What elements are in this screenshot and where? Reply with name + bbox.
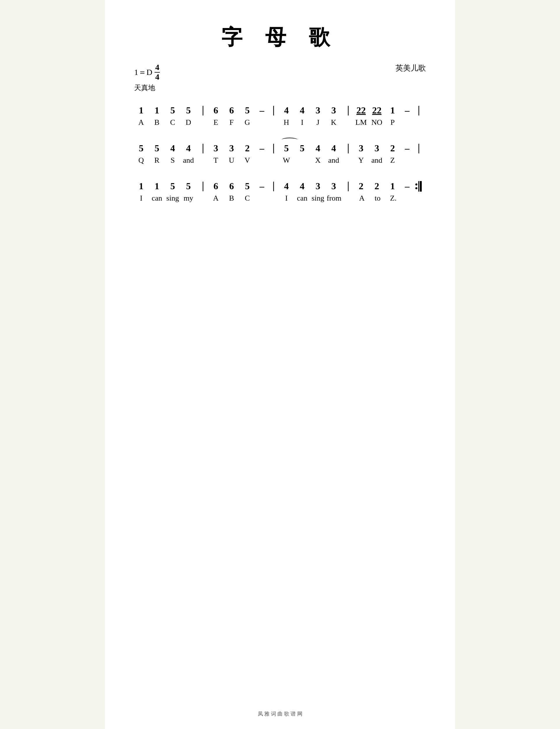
note: 5 <box>240 105 254 116</box>
lyric: sing <box>311 194 325 203</box>
lyric: and <box>181 156 195 165</box>
lyric: K <box>327 118 341 127</box>
lyric: B <box>150 118 164 127</box>
lyric: X <box>311 156 325 165</box>
music-row-1: 1 1 5 5 | 6 6 5 – | 4 4 3 3 | 22 22 1 – … <box>134 101 426 116</box>
note: 5 <box>166 181 180 192</box>
note: 4 <box>295 105 309 116</box>
note: 3 <box>209 143 223 154</box>
note: 2 <box>370 181 384 192</box>
row-2-lyrics: Q R S and T U V W X and Y and Z <box>134 156 426 168</box>
note: 5 <box>134 143 148 154</box>
lyric: G <box>240 118 254 127</box>
page: 字 母 歌 1＝D 4 4 英美儿歌 天真地 1 1 5 5 | 6 6 5 <box>105 0 455 729</box>
thick-bar <box>420 181 422 192</box>
lyric: Z <box>386 156 400 165</box>
bar-line: | <box>345 141 352 154</box>
lyric: R <box>150 156 164 165</box>
repeat-dots <box>415 184 417 189</box>
note: 1 <box>134 105 148 116</box>
music-block: 1 1 5 5 | 6 6 5 – | 4 4 3 3 | 22 22 1 – … <box>134 101 426 206</box>
note: 3 <box>311 105 325 116</box>
lyric-spacer <box>199 118 207 130</box>
footer: 凤 雅 词 曲 歌 谱 网 <box>105 710 455 717</box>
lyric-spacer <box>199 156 207 168</box>
lyric: NO <box>370 118 384 127</box>
lyric-spacer <box>415 156 422 168</box>
bar-line: | <box>345 104 352 116</box>
note: 3 <box>225 143 239 154</box>
note: 5 <box>181 105 195 116</box>
music-row-2: 5 5 4 4 | 3 3 2 – | 5 5 4 4 | 3 <box>134 139 426 154</box>
lyric: B <box>225 194 239 203</box>
note: 4 <box>295 181 309 192</box>
lyric <box>295 156 309 165</box>
note: 4 <box>181 143 195 154</box>
note: 5 <box>166 105 180 116</box>
lyric-spacer <box>270 156 277 168</box>
bar-line: | <box>270 104 277 116</box>
lyric: can <box>295 194 309 203</box>
row-1-lyrics: A B C D E F G H I J K LM NO P <box>134 118 426 130</box>
note: 2 <box>240 143 254 154</box>
note: 3 <box>370 143 384 154</box>
note: 5 <box>279 143 293 154</box>
bar-line: | <box>270 179 277 192</box>
time-denominator: 4 <box>155 73 159 82</box>
lyric: and <box>327 156 341 165</box>
note: 1 <box>386 105 400 116</box>
lyric: A <box>209 194 223 203</box>
header-row: 1＝D 4 4 英美儿歌 <box>134 63 426 82</box>
rest: – <box>256 105 268 116</box>
note: 5 <box>150 143 164 154</box>
lyric: sing <box>166 194 180 203</box>
thin-bar <box>418 181 419 192</box>
rest: – <box>401 105 413 116</box>
dot-lower <box>415 187 417 189</box>
lyric-spacer <box>401 156 413 167</box>
lyric: C <box>166 118 180 127</box>
key-time: 1＝D 4 4 <box>134 63 160 82</box>
rest: – <box>401 181 413 192</box>
key-label: 1＝D <box>134 67 152 78</box>
note: 3 <box>354 143 368 154</box>
bar-line: | <box>270 141 277 154</box>
note: 3 <box>327 105 341 116</box>
lyric-row-3: I can sing my A B C I can sing from A to… <box>134 194 426 206</box>
note: 6 <box>209 181 223 192</box>
lyric-spacer <box>199 194 207 206</box>
page-title: 字 母 歌 <box>134 23 426 51</box>
lyric: to <box>371 194 385 203</box>
lyric: T <box>209 156 223 165</box>
lyric-row-1: A B C D E F G H I J K LM NO P <box>134 118 426 130</box>
lyric-spacer <box>345 118 352 130</box>
lyric-row-2: Q R S and T U V W X and Y and Z <box>134 156 426 168</box>
lyric: H <box>279 118 293 127</box>
lyric-spacer <box>415 118 422 130</box>
row-1-notes: 1 1 5 5 | 6 6 5 – | 4 4 3 3 | 22 22 1 – … <box>134 101 426 116</box>
note: 1 <box>386 181 400 192</box>
rest: – <box>256 181 268 192</box>
lyric-spacer <box>256 156 268 167</box>
row-3-lyrics: I can sing my A B C I can sing from A to… <box>134 194 426 206</box>
note: 6 <box>225 105 239 116</box>
row-3-notes: 1 1 5 5 | 6 6 5 – | 4 4 3 3 | 2 2 1 – <box>134 177 426 192</box>
note: 1 <box>134 181 148 192</box>
lyric: Z. <box>386 194 400 203</box>
bar-line: | <box>345 179 352 192</box>
lyric: Q <box>134 156 148 165</box>
final-barline <box>415 181 422 192</box>
note: 1 <box>150 105 164 116</box>
subtitle: 天真地 <box>134 83 426 92</box>
note-lm: 22 <box>354 105 368 116</box>
note: 3 <box>311 181 325 192</box>
lyric-spacer <box>256 118 268 129</box>
lyric-spacer <box>346 194 353 206</box>
note: 5 <box>240 181 254 192</box>
note: 4 <box>279 105 293 116</box>
lyric: W <box>279 156 293 165</box>
note: 6 <box>225 181 239 192</box>
time-numerator: 4 <box>155 63 160 73</box>
source-label: 英美儿歌 <box>395 63 426 73</box>
lyric-spacer <box>270 194 277 206</box>
